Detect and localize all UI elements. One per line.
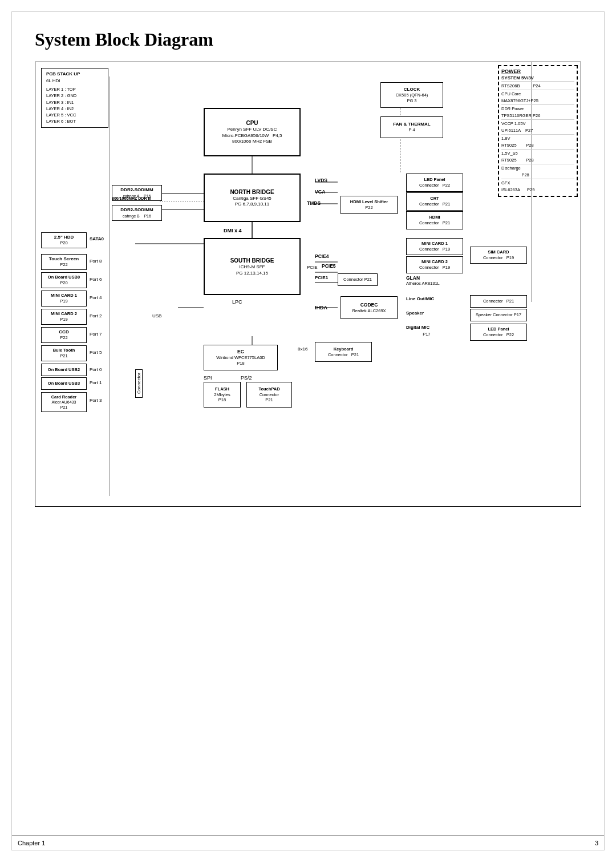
- ps2-label: PS/2: [241, 375, 252, 381]
- clock-box: CLOCK CK505 (QFN-64) PG 3: [380, 82, 443, 108]
- hdd-label: 2.5" HDD: [54, 235, 74, 240]
- tmds-label: TMDS: [307, 200, 321, 206]
- ihda-label: IHDA: [315, 305, 327, 310]
- port4-label: Port 4: [90, 295, 102, 300]
- usb3-label: On Board USB3: [48, 381, 80, 386]
- mc1l-label: MINI CARD 1: [51, 293, 77, 299]
- fan-label: FAN & THERMAL: [393, 122, 430, 127]
- nb-sub: Cantiga SFF GS45: [233, 196, 271, 201]
- power-title: POWER: [501, 68, 574, 74]
- mc2l-pg: P19: [60, 317, 67, 322]
- fan-thermal-box: FAN & THERMAL P 4: [380, 116, 443, 138]
- ec-box: EC Winbond WPCE775LA0D P18: [204, 345, 278, 370]
- usb0-label: On Board USB0: [48, 275, 80, 280]
- mini-card2-conn-box: MINI CARD 2 Connector P19: [406, 256, 463, 273]
- sim-label2: Connector P19: [483, 255, 514, 261]
- speaker-conn-box: Speaker Connector P17: [470, 309, 527, 321]
- spi-label: SPI: [204, 375, 212, 381]
- hdd-pg: P20: [60, 240, 67, 246]
- power-subtitle: SYSTEM 5V/3V: [501, 75, 574, 82]
- flash-box: FLASH 2Mbytes P18: [204, 382, 241, 408]
- codec-label: CODEC: [360, 302, 378, 308]
- line-out-label: Line Out/MIC: [406, 296, 434, 301]
- dmi-label: DMI x 4: [224, 228, 242, 233]
- flash-pg: P18: [218, 397, 226, 403]
- ec-sub: Winbond WPCE775LA0D: [216, 355, 265, 361]
- ccd-box: CCD P22: [41, 327, 87, 343]
- pcie1-conn-box: Connector P21: [338, 273, 378, 286]
- connector-vertical-label: Connector: [135, 369, 143, 398]
- lpc-label: LPC: [232, 299, 242, 305]
- port6-label: Port 6: [90, 277, 102, 282]
- touchpad-box: TouchPAD Connector P21: [246, 382, 292, 408]
- fan-pg: P 4: [408, 127, 415, 133]
- pcie1-conn-label: Connector P21: [343, 277, 372, 283]
- touchpad-label: TouchPAD: [258, 386, 279, 392]
- vga-label: VGA: [315, 189, 325, 195]
- cr-label: Card Reader: [51, 394, 77, 400]
- ddr2-b-channel: cahnge B P16: [123, 213, 151, 219]
- footer: Chapter 1 3: [12, 836, 604, 850]
- led-conn-label2: Connector P22: [419, 183, 450, 188]
- led-panel-conn-box: LED Panel Connector P22: [406, 174, 463, 192]
- usb-label: USB: [152, 313, 161, 318]
- clock-label: CLOCK: [404, 87, 420, 92]
- mini-c1-label: MINI CARD 1: [422, 241, 448, 247]
- port8-label: Port 8: [90, 259, 102, 264]
- mini-card1-left-box: MINI CARD 1 P19: [41, 291, 87, 307]
- clock-sub: CK505 (QFN-64): [396, 92, 428, 98]
- ccd-pg: P22: [60, 335, 67, 341]
- mini-card2-left-box: MINI CARD 2 P19: [41, 309, 87, 325]
- port3-label: Port 3: [90, 398, 102, 403]
- led-br-label2: Connector P22: [483, 332, 514, 338]
- speaker-conn-label: Speaker Connector P17: [476, 312, 521, 318]
- pcb-title: PCB STACK UP: [46, 71, 103, 78]
- sim-card-conn-box: SIM CARD Connector P19: [470, 247, 527, 264]
- glan-label: GLAN: [406, 275, 420, 281]
- flash-sub: 2Mbytes: [214, 392, 230, 398]
- crt-conn-box: CRT Connector P21: [406, 192, 463, 211]
- led-conn-label: LED Panel: [424, 177, 445, 183]
- pcie-label: PCIE: [307, 265, 318, 270]
- ccd-label: CCD: [59, 329, 68, 335]
- bluetooth-box: Bule Tooth P21: [41, 345, 87, 361]
- diagram-container: PCB STACK UP 6L HDI LAYER 1 : TOP LAYER …: [35, 62, 581, 507]
- usb2-label: On Board USB2: [48, 367, 80, 373]
- pcie5-label: PCIE5: [322, 263, 336, 269]
- touchpad-sub: Connector: [260, 392, 279, 398]
- ddr2-b-label: DDR2-SODIMM: [120, 207, 153, 213]
- line-out-conn-box: Connector P21: [470, 295, 527, 308]
- mini-card1-conn-box: MINI CARD 1 Connector P19: [406, 238, 463, 255]
- port2-label: Port 2: [90, 313, 102, 318]
- bt-pg: P21: [60, 353, 67, 359]
- mini-c2-label: MINI CARD 2: [422, 259, 448, 265]
- power-items: RTS206B P24 CPU Core MAX8796GTJ+P25 DDR …: [501, 83, 574, 193]
- pcb-layers: LAYER 1 : TOP LAYER 2 : GND LAYER 3 : IN…: [46, 86, 103, 125]
- hdd-box: 2.5" HDD P20: [41, 232, 87, 248]
- page-title: System Block Diagram: [35, 29, 581, 50]
- cpu-label: CPU: [246, 119, 258, 127]
- clock-pg: PG 3: [407, 98, 416, 104]
- card-reader-box: Card Reader Alcor AU6433 P21: [41, 392, 87, 412]
- sb-label: SOUTH BRIDGE: [230, 257, 274, 264]
- ddr2-a-label: DDR2-SODIMM: [120, 187, 153, 193]
- sb-pg: PG 12,13,14,15: [236, 271, 268, 276]
- hdmi-conn-label2: Connector P21: [419, 220, 450, 226]
- port5-label: Port 5: [90, 350, 102, 355]
- dmic-pg: P17: [406, 332, 431, 337]
- pcb-subtitle: 6L HDI: [46, 78, 103, 84]
- touchpad-pg: P21: [265, 397, 273, 403]
- pcb-stack: PCB STACK UP 6L HDI LAYER 1 : TOP LAYER …: [41, 68, 108, 128]
- hdmi-shifter-pg: P22: [365, 205, 372, 211]
- line-out-conn-label: Connector P21: [483, 299, 514, 304]
- port7-label: Port 7: [90, 332, 102, 337]
- led-br-label: LED Panel: [488, 326, 509, 332]
- nb-label: NORTH BRIDGE: [230, 188, 274, 196]
- sb-sub: ICH9-M SFF: [240, 264, 265, 270]
- ec-pg: P18: [237, 361, 244, 366]
- usb2-box: On Board USB2: [41, 364, 87, 376]
- ddr-bus-label: 800/1066MHZ DDR III: [112, 196, 151, 200]
- nb-pg: PG 6,7,8,9,10,11: [235, 201, 270, 207]
- port0-label: Port 0: [90, 367, 102, 372]
- hdmi-shifter-box: HDMI Level Shifter P22: [341, 196, 398, 214]
